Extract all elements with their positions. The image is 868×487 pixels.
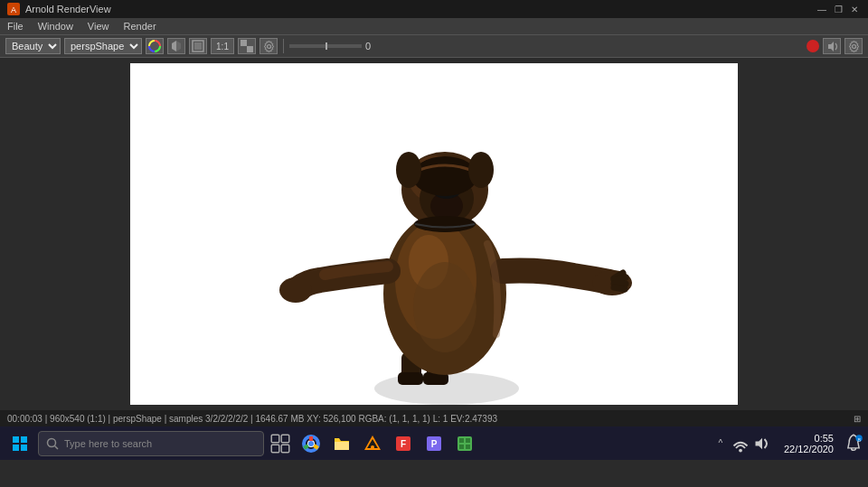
title-bar-left: A Arnold RenderView: [7, 3, 111, 15]
notification-button[interactable]: 8: [843, 429, 864, 458]
svg-rect-4: [194, 42, 202, 50]
svg-text:F: F: [401, 439, 406, 449]
taskbar-minecraft[interactable]: [450, 429, 479, 458]
svg-point-31: [468, 152, 494, 188]
svg-point-20: [279, 277, 312, 303]
svg-rect-59: [466, 445, 470, 449]
status-fullscreen-icon[interactable]: ⊞: [854, 414, 861, 424]
svg-point-10: [852, 44, 855, 48]
svg-rect-37: [21, 445, 27, 451]
svg-text:A: A: [11, 5, 16, 14]
title-bar: A Arnold RenderView — ❐ ✕: [0, 0, 868, 18]
network-icon[interactable]: [731, 429, 750, 458]
svg-point-9: [267, 44, 270, 48]
svg-point-60: [739, 448, 742, 452]
exposure-value: 0: [365, 41, 380, 52]
volume-icon[interactable]: [753, 429, 771, 458]
taskbar-file-explorer[interactable]: [327, 429, 356, 458]
svg-text:8: 8: [857, 435, 861, 442]
svg-rect-40: [271, 435, 279, 443]
title-bar-controls: — ❐ ✕: [816, 3, 861, 15]
camera-select[interactable]: perspShape: [64, 38, 142, 54]
taskbar-right: ^ 0:55 22/12/2020: [710, 429, 864, 458]
taskbar-app5[interactable]: P: [420, 429, 448, 458]
svg-rect-56: [459, 438, 464, 443]
svg-point-50: [371, 445, 374, 449]
menu-view[interactable]: View: [86, 21, 111, 32]
clock-time: 0:55: [815, 433, 834, 444]
taskbar: Type here to search: [0, 426, 868, 460]
svg-rect-6: [247, 46, 253, 52]
search-bar[interactable]: Type here to search: [38, 431, 264, 456]
svg-point-32: [414, 216, 476, 232]
record-button[interactable]: [807, 40, 819, 52]
svg-rect-34: [13, 436, 19, 443]
svg-text:P: P: [431, 439, 438, 449]
svg-rect-36: [13, 445, 19, 451]
settings-button[interactable]: [259, 38, 278, 54]
ratio-button[interactable]: 1:1: [211, 38, 234, 54]
svg-rect-8: [241, 46, 247, 52]
render-canvas: [130, 63, 738, 405]
render-settings-button[interactable]: [844, 38, 863, 54]
svg-point-29: [412, 156, 477, 196]
main-render-area: [0, 58, 868, 410]
flip-horizontal-button[interactable]: [167, 38, 185, 54]
svg-rect-47: [335, 442, 349, 450]
svg-rect-57: [466, 438, 470, 443]
menu-file[interactable]: File: [5, 21, 25, 32]
windows-logo-icon: [13, 436, 27, 451]
svg-rect-5: [241, 40, 247, 46]
exposure-slider[interactable]: [289, 44, 362, 48]
beauty-select[interactable]: Beauty: [5, 38, 61, 54]
search-icon: [46, 437, 59, 450]
restore-button[interactable]: ❐: [832, 3, 844, 15]
svg-rect-58: [459, 445, 464, 449]
svg-point-33: [413, 262, 476, 352]
task-view-button[interactable]: [266, 429, 295, 458]
taskbar-app4[interactable]: F: [389, 429, 418, 458]
system-tray: ^: [710, 429, 775, 458]
start-button[interactable]: [4, 427, 36, 460]
menu-bar: File Window View Render: [0, 18, 868, 34]
svg-line-39: [55, 445, 59, 449]
checkerboard-button[interactable]: [238, 38, 256, 54]
search-placeholder: Type here to search: [64, 438, 152, 449]
svg-point-46: [308, 441, 314, 446]
toolbar: Beauty perspShape 1:1: [0, 34, 868, 58]
minimize-button[interactable]: —: [816, 3, 828, 15]
ratio-label: 1:1: [216, 42, 229, 52]
fit-button[interactable]: [189, 38, 207, 54]
svg-point-30: [396, 152, 421, 188]
svg-rect-42: [271, 445, 279, 453]
svg-rect-15: [398, 372, 423, 385]
taskbar-chrome[interactable]: [297, 429, 326, 458]
status-bar: 00:00:03 | 960x540 (1:1) | perspShape | …: [0, 410, 868, 426]
toolbar-separator-1: [283, 39, 284, 53]
render-image: [130, 63, 738, 405]
svg-rect-7: [247, 40, 253, 46]
taskbar-vlc[interactable]: [358, 429, 387, 458]
status-text: 00:00:03 | 960x540 (1:1) | perspShape | …: [7, 414, 497, 424]
svg-rect-41: [281, 435, 289, 443]
clock[interactable]: 0:55 22/12/2020: [778, 433, 839, 454]
exposure-slider-container: 0: [289, 41, 380, 52]
svg-point-38: [48, 438, 56, 446]
clock-date: 22/12/2020: [784, 444, 834, 454]
svg-rect-35: [21, 436, 27, 443]
menu-render[interactable]: Render: [122, 21, 158, 32]
app-icon: A: [7, 3, 20, 15]
svg-rect-43: [281, 445, 289, 453]
color-wheel-button[interactable]: [146, 38, 164, 54]
tray-expand-button[interactable]: ^: [713, 429, 728, 458]
menu-window[interactable]: Window: [36, 21, 75, 32]
audio-button[interactable]: [823, 38, 841, 54]
close-button[interactable]: ✕: [848, 3, 861, 15]
title-text: Arnold RenderView: [25, 4, 111, 14]
